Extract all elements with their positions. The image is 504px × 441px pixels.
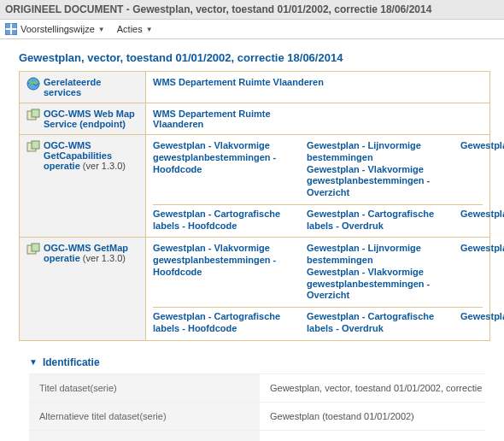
- caret-down-icon: ▼: [98, 26, 105, 33]
- layer-link[interactable]: Gewestplan - Lijnvormige bestemmingen - …: [460, 243, 504, 253]
- layer-link[interactable]: Gewestplan - Lijnvormige bestemmingen: [307, 140, 455, 164]
- services-table: Gerelateerde services WMS Departement Ru…: [19, 71, 490, 341]
- related-services-link[interactable]: Gerelateerde services: [44, 77, 138, 97]
- svg-rect-7: [32, 109, 39, 117]
- view-mode-label: Voorstellingswijze: [21, 24, 95, 34]
- identification-section: ▼ Identificatie Titel dataset(serie) Gew…: [29, 356, 485, 442]
- getmap-ver: (ver 1.3.0): [83, 253, 126, 263]
- map-service-icon: [26, 140, 40, 154]
- layer-link[interactable]: Gewestplan - Cartografische labels - Ove…: [307, 311, 455, 335]
- getmap-value-cell: Gewestplan - Vlakvormige gewestplanbeste…: [146, 238, 490, 340]
- toolbar: Voorstellingswijze ▼ Acties ▼: [0, 20, 504, 39]
- chevron-down-icon: ▼: [29, 357, 38, 367]
- map-service-icon: [26, 243, 40, 256]
- ident-value: 2014-06-18: [260, 431, 485, 442]
- layer-link[interactable]: Gewestplan - Cartografische labels - Hoo…: [153, 311, 302, 335]
- related-services-cell: Gerelateerde services: [20, 72, 146, 103]
- main-content: Gewestplan, vector, toestand 01/01/2002,…: [0, 39, 504, 441]
- getcapabilities-cell: OGC-WMS GetCapabilities operatie (ver 1.…: [20, 135, 146, 238]
- svg-rect-9: [32, 141, 39, 149]
- header-title: Gewestplan, vector, toestand 01/01/2002,…: [132, 3, 431, 15]
- layer-link[interactable]: Gewestplan - Vlakvormige gewestplanbeste…: [153, 243, 302, 278]
- ident-value: Gewestplan, vector, toestand 01/01/2002,…: [260, 374, 485, 402]
- identification-heading: Identificatie: [43, 356, 100, 368]
- svg-rect-11: [32, 244, 39, 251]
- ident-row: Titel dataset(serie) Gewestplan, vector,…: [29, 373, 485, 402]
- layer-link[interactable]: Gewestplan - Vlakvormige gewestplanbeste…: [307, 164, 455, 199]
- wms-endpoint-cell: OGC-WMS Web Map Service (endpoint): [20, 103, 146, 135]
- actions-label: Acties: [117, 24, 143, 34]
- separator: [153, 204, 483, 205]
- page-title: Gewestplan, vector, toestand 01/01/2002,…: [19, 51, 490, 64]
- layer-link[interactable]: Gewestplan - Cartografische labels - Ove…: [307, 209, 455, 232]
- getmap-cell: OGC-WMS GetMap operatie (ver 1.3.0): [20, 238, 146, 340]
- grid-icon: [5, 23, 17, 35]
- svg-rect-1: [12, 23, 17, 28]
- separator: [153, 307, 483, 308]
- document-header: ORIGINEEL DOCUMENT - Gewestplan, vector,…: [0, 0, 504, 20]
- getcapabilities-ver: (ver 1.3.0): [83, 161, 126, 171]
- wms-dept-cell: WMS Departement Ruimte Vlaanderen: [146, 72, 490, 103]
- caret-down-icon: ▼: [146, 26, 153, 33]
- ident-label: Titel dataset(serie): [29, 374, 260, 402]
- ident-row: Versiedatum 2014-06-18: [29, 430, 485, 442]
- layer-link[interactable]: Gewestplan - Vlakvormige gewestplanbeste…: [153, 140, 302, 175]
- getcapabilities-value-cell: Gewestplan - Vlakvormige gewestplanbeste…: [146, 135, 490, 238]
- layer-link[interactable]: Gewestplan - Cartografische labels - Gro…: [460, 311, 504, 321]
- layer-link[interactable]: Gewestplan - Lijnvormige bestemmingen - …: [460, 140, 504, 150]
- actions-dropdown[interactable]: Acties ▼: [117, 24, 153, 34]
- wms-endpoint-value-link[interactable]: WMS Departement Ruimte Vlaanderen: [153, 109, 315, 129]
- wms-dept-link[interactable]: WMS Departement Ruimte Vlaanderen: [153, 77, 324, 87]
- wms-endpoint-value-cell: WMS Departement Ruimte Vlaanderen: [146, 103, 490, 135]
- wms-endpoint-link[interactable]: OGC-WMS Web Map Service (endpoint): [44, 109, 138, 129]
- layer-link[interactable]: Gewestplan - Cartografische labels - Gro…: [460, 209, 504, 219]
- header-prefix: ORIGINEEL DOCUMENT: [5, 3, 123, 15]
- layer-link[interactable]: Gewestplan - Vlakvormige gewestplanbeste…: [307, 267, 455, 302]
- map-service-icon: [26, 109, 40, 122]
- layer-link[interactable]: Gewestplan - Cartografische labels - Hoo…: [153, 209, 302, 232]
- ident-value: Gewestplan (toestand 01/01/2002): [260, 403, 485, 430]
- ident-row: Alternatieve titel dataset(serie) Gewest…: [29, 402, 485, 430]
- globe-icon: [26, 77, 40, 91]
- ident-label: Alternatieve titel dataset(serie): [29, 403, 260, 430]
- svg-rect-2: [5, 30, 10, 35]
- ident-label: Versiedatum: [29, 431, 260, 442]
- layer-link[interactable]: Gewestplan - Lijnvormige bestemmingen: [307, 243, 455, 267]
- identification-toggle[interactable]: ▼ Identificatie: [29, 356, 485, 368]
- svg-rect-3: [12, 30, 17, 35]
- view-mode-dropdown[interactable]: Voorstellingswijze ▼: [5, 23, 105, 35]
- svg-rect-0: [5, 23, 10, 28]
